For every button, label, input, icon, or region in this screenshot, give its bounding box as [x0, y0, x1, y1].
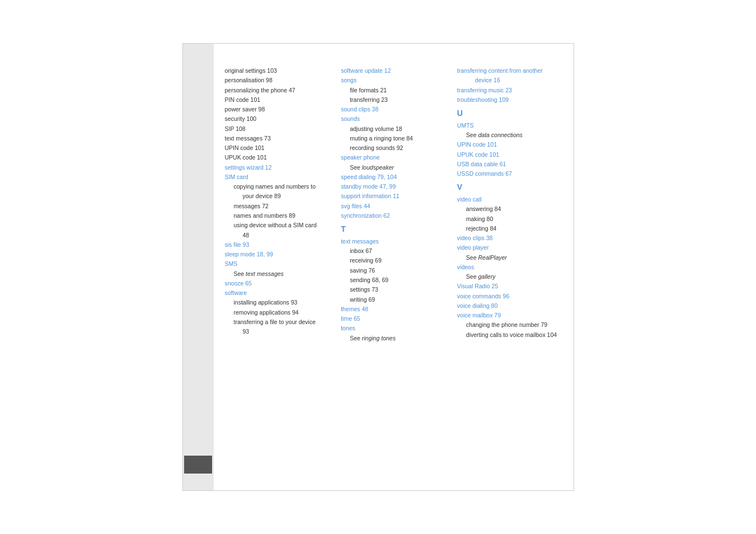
section-heading-u: U [457, 107, 562, 120]
index-entry: See text messages [225, 269, 330, 278]
index-entry: UPUK code 101 [225, 153, 330, 162]
index-entry: making 80 [457, 214, 562, 223]
index-entry: adjusting volume 18 [341, 124, 446, 133]
index-entry: rejecting 84 [457, 224, 562, 233]
index-entry: UPIN code 101 [225, 143, 330, 152]
index-entry: See loudspeaker [341, 163, 446, 172]
index-entry: time 65 [341, 314, 446, 323]
content-area: original settings 103personalisation 98p… [214, 44, 574, 490]
index-entry: UPUK code 101 [457, 150, 562, 159]
index-entry: SIP 108 [225, 124, 330, 133]
index-entry: speed dialing 79, 104 [341, 172, 446, 181]
index-entry: voice mailbox 79 [457, 311, 562, 320]
index-entry: device 16 [457, 76, 562, 85]
index-entry: installing applications 93 [225, 298, 330, 307]
index-entry: muting a ringing tone 84 [341, 134, 446, 143]
index-entry: video player [457, 243, 562, 252]
index-entry: file formats 21 [341, 86, 446, 95]
index-entry: software [225, 288, 330, 297]
index-entry: See ringing tones [341, 334, 446, 343]
index-entry: USSD commands 67 [457, 169, 562, 178]
index-entry: transferring music 23 [457, 86, 562, 95]
index-entry: sending 68, 69 [341, 275, 446, 284]
index-entry: video clips 38 [457, 233, 562, 242]
index-entry: voice dialing 80 [457, 301, 562, 310]
index-entry: sounds [341, 114, 446, 123]
index-entry: saving 76 [341, 266, 446, 275]
page-container: original settings 103personalisation 98p… [0, 0, 756, 534]
index-entry: snooze 65 [225, 279, 330, 288]
index-entry: UMTS [457, 121, 562, 130]
index-entry: speaker phone [341, 153, 446, 162]
index-entry: voice commands 96 [457, 292, 562, 301]
index-entry: 48 [225, 231, 330, 240]
index-entry: transferring content from another [457, 66, 562, 75]
index-entry: See gallery [457, 272, 562, 281]
index-entry: settings wizard 12 [225, 163, 330, 172]
index-entry: recording sounds 92 [341, 143, 446, 152]
book-page: original settings 103personalisation 98p… [182, 43, 574, 491]
index-entry: names and numbers 89 [225, 211, 330, 220]
page-number [184, 456, 212, 474]
left-tab [183, 44, 214, 490]
index-entry: tones [341, 324, 446, 332]
section-heading-v: V [457, 181, 562, 194]
index-entry: video call [457, 195, 562, 204]
index-entry: sis file 93 [225, 240, 330, 249]
index-entry: receiving 69 [341, 256, 446, 265]
index-entry: copying names and numbers to [225, 182, 330, 191]
index-entry: songs [341, 76, 446, 85]
index-entry: themes 48 [341, 305, 446, 313]
index-entry: software update 12 [341, 66, 446, 75]
index-entry: troubleshooting 109 [457, 95, 562, 104]
index-entry: USB data cable 61 [457, 160, 562, 168]
index-entry: videos [457, 263, 562, 271]
index-entry: 93 [225, 327, 330, 336]
index-entry: changing the phone number 79 [457, 320, 562, 329]
index-entry: See data connections [457, 130, 562, 139]
index-entry: personalizing the phone 47 [225, 86, 330, 95]
index-entry: SMS [225, 259, 330, 268]
index-entry: answering 84 [457, 204, 562, 213]
index-entry: security 100 [225, 114, 330, 123]
index-entry: UPIN code 101 [457, 140, 562, 149]
index-entry: SIM card [225, 172, 330, 181]
index-entry: writing 69 [341, 295, 446, 304]
column-1: original settings 103personalisation 98p… [225, 66, 330, 474]
index-entry: using device without a SIM card [225, 221, 330, 229]
index-entry: sleep mode 18, 99 [225, 250, 330, 259]
index-entry: standby mode 47, 99 [341, 182, 446, 191]
index-entry: messages 72 [225, 202, 330, 210]
index-entry: svg files 44 [341, 202, 446, 210]
index-entry: personalisation 98 [225, 76, 330, 85]
index-entry: inbox 67 [341, 246, 446, 255]
index-entry: support information 11 [341, 191, 446, 200]
index-entry: original settings 103 [225, 66, 330, 75]
index-entry: synchronization 62 [341, 211, 446, 220]
index-entry: diverting calls to voice mailbox 104 [457, 330, 562, 339]
section-heading-t: T [341, 223, 446, 236]
index-entry: PIN code 101 [225, 95, 330, 104]
index-entry: text messages [341, 237, 446, 246]
index-entry: sound clips 38 [341, 105, 446, 114]
column-2: software update 12songsfile formats 21tr… [341, 66, 446, 474]
index-entry: See RealPlayer [457, 253, 562, 262]
index-entry: removing applications 94 [225, 308, 330, 317]
index-entry: text messages 73 [225, 134, 330, 143]
column-3: transferring content from anotherdevice … [457, 66, 562, 474]
index-entry: power saver 98 [225, 105, 330, 114]
index-entry: Visual Radio 25 [457, 282, 562, 291]
index-entry: transferring 23 [341, 95, 446, 104]
index-entry: settings 73 [341, 285, 446, 294]
index-entry: your device 89 [225, 191, 330, 200]
index-entry: transferring a file to your device [225, 317, 330, 326]
